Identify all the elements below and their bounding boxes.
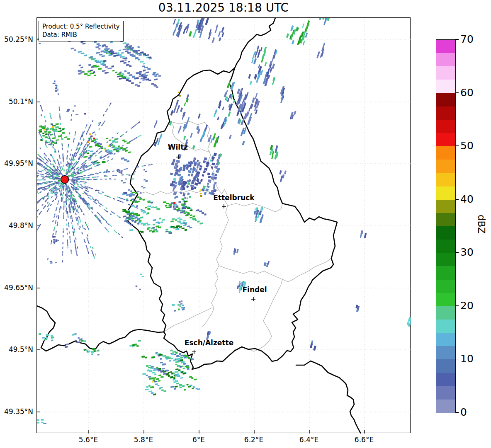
radar-echo-cell [158,375,161,376]
colorbar-segment [436,399,455,413]
radar-echo-cell [111,211,113,213]
radar-echo-cell [226,90,228,94]
radar-echo-cell [51,178,53,179]
radar-echo-cell [119,197,121,199]
radar-echo-cell [37,177,37,179]
radar-echo-cell [77,161,79,163]
radar-echo-cell [39,147,41,149]
radar-echo-cell [68,225,70,227]
radar-echo-cell [177,19,180,24]
radar-echo-cell [50,115,51,117]
radar-echo-cell [135,84,138,86]
radar-echo-cell [61,136,62,138]
radar-echo-cell [163,201,167,203]
radar-echo-cell [71,156,73,158]
radar-echo-cell [41,109,43,111]
radar-echo-cell [111,158,113,160]
radar-echo-cell [77,223,79,225]
radar-echo-cell [135,137,137,138]
radar-echo-cell [66,212,68,214]
radar-echo-cell [75,131,76,133]
radar-echo-cell [165,374,168,375]
radar-echo-cell [76,252,77,254]
radar-echo-cell [87,191,89,192]
radar-echo-cell [122,174,124,176]
radar-echo-cell [129,218,131,220]
radar-echo-cell [88,75,91,76]
radar-echo-cell [143,187,146,189]
radar-echo-cell [160,362,163,363]
radar-echo-cell [128,204,130,206]
radar-echo-cell [77,184,79,185]
radar-echo-cell [178,92,180,93]
radar-echo-cell [98,124,100,126]
radar-echo-cell [44,338,47,340]
radar-echo-cell [310,343,313,348]
radar-echo-cell [105,110,107,112]
radar-echo-cell [39,43,41,44]
radar-echo-cell [43,177,45,178]
radar-echo-cell [139,75,141,77]
radar-echo-cell [153,224,155,225]
radar-echo-cell [89,195,91,197]
radar-echo-cell [46,337,49,339]
radar-echo-cell [174,388,176,390]
radar-echo-cell [81,179,83,180]
radar-echo-cell [66,208,68,210]
radar-echo-cell [84,228,86,230]
radar-echo-cell [70,48,74,50]
region-border [170,121,210,129]
radar-echo-cell [91,351,94,353]
colorbar-segment [436,306,455,320]
radar-echo-cell [66,223,68,225]
radar-echo-cell [131,127,133,129]
radar-echo-cell [80,138,81,140]
radar-echo-cell [61,166,63,168]
radar-echo-cell [81,163,83,165]
radar-echo-cell [96,150,98,152]
radar-echo-cell [214,165,218,169]
radar-echo-cell [107,160,109,162]
radar-echo-cell [186,185,189,188]
radar-echo-cell [66,344,69,345]
radar-echo-cell [71,149,72,151]
radar-echo-cell [208,179,211,183]
radar-echo-cell [75,202,77,205]
radar-echo-cell [307,20,310,25]
radar-echo-cell [194,378,197,380]
radar-echo-cell [88,128,90,131]
radar-echo-cell [53,229,55,231]
lon-tick-label: 6.6°E [345,436,383,444]
radar-echo-cell [62,154,63,156]
radar-echo-cell [60,123,61,125]
radar-echo-cell [96,43,100,45]
radar-echo-cell [100,203,102,206]
radar-echo-cell [323,42,326,47]
lat-tick-label: 49.65°N [0,283,33,292]
radar-echo-cell [78,70,82,72]
colorbar-tick-label: 40 [460,193,474,206]
radar-echo-cell [57,224,58,226]
radar-echo-cell [96,52,100,54]
radar-echo-cell [50,140,51,142]
radar-echo-cell [74,177,76,178]
radar-echo-cell [113,153,115,155]
radar-echo-cell [73,140,74,142]
radar-echo-cell [141,165,143,167]
colorbar-segment [436,66,455,80]
lon-tick-label: 6.4°E [290,436,328,444]
radar-echo-cell [50,261,53,262]
radar-echo-cell [58,180,61,182]
radar-echo-cell [131,82,134,84]
radar-echo-cell [136,205,139,207]
radar-echo-cell [47,210,49,212]
radar-echo-cell [191,377,194,379]
radar-echo-cell [184,389,186,391]
radar-echo-cell [81,232,83,234]
radar-echo-cell [67,244,68,246]
colorbar-segment [436,253,455,266]
radar-echo-cell [183,363,186,365]
radar-echo-cell [199,165,202,167]
radar-echo-cell [111,142,113,144]
radar-echo-cell [114,179,116,179]
